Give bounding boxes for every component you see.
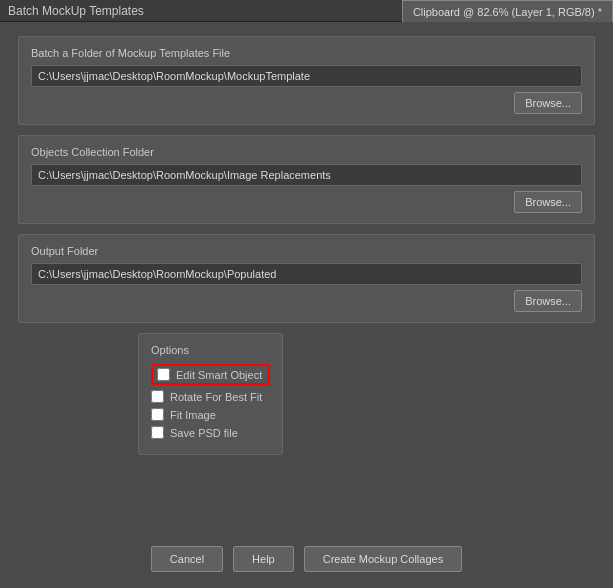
- save-psd-checkbox[interactable]: [151, 426, 164, 439]
- output-folder-section: Output Folder Browse...: [18, 234, 595, 323]
- output-folder-browse-button[interactable]: Browse...: [514, 290, 582, 312]
- objects-folder-row: [31, 164, 582, 186]
- template-folder-input[interactable]: [31, 65, 582, 87]
- clipboard-tab[interactable]: Clipboard @ 82.6% (Layer 1, RGB/8) *: [402, 0, 613, 22]
- objects-folder-browse-button[interactable]: Browse...: [514, 191, 582, 213]
- save-psd-label: Save PSD file: [170, 427, 238, 439]
- help-button[interactable]: Help: [233, 546, 294, 572]
- template-folder-section: Batch a Folder of Mockup Templates File …: [18, 36, 595, 125]
- rotate-best-fit-label: Rotate For Best Fit: [170, 391, 262, 403]
- objects-folder-label: Objects Collection Folder: [31, 146, 582, 158]
- edit-smart-object-checkbox[interactable]: [157, 368, 170, 381]
- template-folder-label: Batch a Folder of Mockup Templates File: [31, 47, 582, 59]
- rotate-best-fit-checkbox[interactable]: [151, 390, 164, 403]
- create-mockup-collages-button[interactable]: Create Mockup Collages: [304, 546, 462, 572]
- output-folder-label: Output Folder: [31, 245, 582, 257]
- objects-folder-section: Objects Collection Folder Browse...: [18, 135, 595, 224]
- options-section: Options Edit Smart Object Rotate For Bes…: [138, 333, 283, 455]
- output-folder-row: [31, 263, 582, 285]
- template-folder-browse-button[interactable]: Browse...: [514, 92, 582, 114]
- dialog-title: Batch MockUp Templates: [8, 4, 144, 18]
- cancel-button[interactable]: Cancel: [151, 546, 223, 572]
- edit-smart-object-label: Edit Smart Object: [176, 369, 262, 381]
- fit-image-label: Fit Image: [170, 409, 216, 421]
- template-folder-row: [31, 65, 582, 87]
- objects-folder-input[interactable]: [31, 164, 582, 186]
- rotate-best-fit-row: Rotate For Best Fit: [151, 390, 262, 403]
- title-bar: Batch MockUp Templates Clipboard @ 82.6%…: [0, 0, 613, 22]
- options-label: Options: [151, 344, 189, 356]
- dialog-body: Batch a Folder of Mockup Templates File …: [0, 22, 613, 588]
- fit-image-row: Fit Image: [151, 408, 216, 421]
- save-psd-row: Save PSD file: [151, 426, 238, 439]
- output-folder-input[interactable]: [31, 263, 582, 285]
- edit-smart-object-row: Edit Smart Object: [151, 364, 270, 385]
- footer: Cancel Help Create Mockup Collages: [18, 538, 595, 578]
- fit-image-checkbox[interactable]: [151, 408, 164, 421]
